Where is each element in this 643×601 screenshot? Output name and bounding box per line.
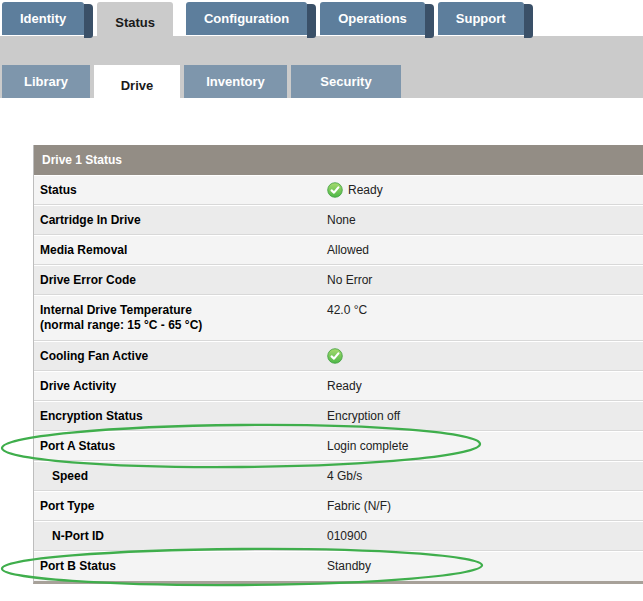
row-label: Drive Error Code: [34, 266, 327, 288]
row-label: Port B Status: [34, 552, 327, 574]
tab-label: Support: [456, 11, 506, 26]
row-label: Port A Status: [34, 432, 327, 454]
tab-support[interactable]: Support: [438, 2, 524, 35]
subtab-security[interactable]: Security: [291, 65, 401, 98]
table-row-internal-drive-temperature: Internal Drive Temperature (normal range…: [34, 295, 643, 341]
row-label: Cooling Fan Active: [34, 342, 327, 364]
tab-label: Configuration: [204, 11, 289, 26]
subtab-inventory[interactable]: Inventory: [184, 65, 287, 98]
table-row-drive-activity: Drive Activity Ready: [34, 371, 643, 401]
subtab-label: Inventory: [206, 74, 265, 89]
row-value: No Error: [327, 266, 643, 288]
tab-identity[interactable]: Identity: [2, 2, 84, 35]
table-row-port-type: Port Type Fabric (N/F): [34, 491, 643, 521]
row-label: Port Type: [34, 492, 327, 514]
row-value: Encryption off: [327, 402, 643, 424]
table-row-drive-error-code: Drive Error Code No Error: [34, 265, 643, 295]
row-label: Status: [34, 176, 327, 198]
row-label: Speed: [34, 462, 327, 484]
subtab-label: Security: [320, 74, 371, 89]
subtab-library[interactable]: Library: [2, 65, 90, 98]
row-value: 4 Gb/s: [327, 462, 643, 484]
table-title: Drive 1 Status: [34, 145, 643, 175]
subtab-drive[interactable]: Drive: [94, 65, 180, 105]
table-row-status: Status Ready: [34, 175, 643, 205]
row-label: Media Removal: [34, 236, 327, 258]
row-label: Drive Activity: [34, 372, 327, 394]
table-row-port-a-status: Port A Status Login complete: [34, 431, 643, 461]
row-value: [327, 342, 643, 364]
main-nav: Identity Status Configuration Operations…: [2, 2, 524, 42]
status-ok-icon: [327, 182, 343, 198]
table-row-media-removal: Media Removal Allowed: [34, 235, 643, 265]
tab-label: Identity: [20, 11, 66, 26]
table-row-cartridge-in-drive: Cartridge In Drive None: [34, 205, 643, 235]
row-value: Allowed: [327, 236, 643, 258]
row-label: Encryption Status: [34, 402, 327, 424]
row-value: Ready: [327, 372, 643, 394]
drive-status-table: Drive 1 Status Status Ready Cartridge In…: [33, 145, 643, 584]
row-value-text: Ready: [348, 183, 383, 198]
table-row-port-b-status: Port B Status Standby: [34, 551, 643, 581]
row-value: Fabric (N/F): [327, 492, 643, 514]
row-value: 010900: [327, 522, 643, 544]
tab-configuration[interactable]: Configuration: [186, 2, 307, 35]
row-value: Standby: [327, 552, 643, 574]
row-label: Cartridge In Drive: [34, 206, 327, 228]
table-row-cooling-fan-active: Cooling Fan Active: [34, 341, 643, 371]
table-row-speed: Speed 4 Gb/s: [34, 461, 643, 491]
row-label-line2: (normal range: 15 °C - 65 °C): [40, 318, 323, 333]
sub-nav: Library Drive Inventory Security: [2, 65, 405, 105]
subtab-label: Library: [24, 74, 68, 89]
fan-ok-icon: [327, 348, 343, 364]
tab-status[interactable]: Status: [97, 2, 173, 42]
row-value: Login complete: [327, 432, 643, 454]
row-value: None: [327, 206, 643, 228]
table-row-encryption-status: Encryption Status Encryption off: [34, 401, 643, 431]
tab-operations[interactable]: Operations: [320, 2, 425, 35]
table-body: Status Ready Cartridge In Drive None Med…: [34, 175, 643, 581]
row-label-line1: Internal Drive Temperature: [40, 303, 323, 318]
row-value: Ready: [327, 176, 643, 198]
tab-label: Status: [115, 15, 155, 30]
subtab-label: Drive: [121, 78, 154, 93]
tab-label: Operations: [338, 11, 407, 26]
table-row-n-port-id: N-Port ID 010900: [34, 521, 643, 551]
row-value: 42.0 °C: [327, 296, 643, 318]
row-label: Internal Drive Temperature (normal range…: [34, 296, 327, 333]
row-label: N-Port ID: [34, 522, 327, 544]
